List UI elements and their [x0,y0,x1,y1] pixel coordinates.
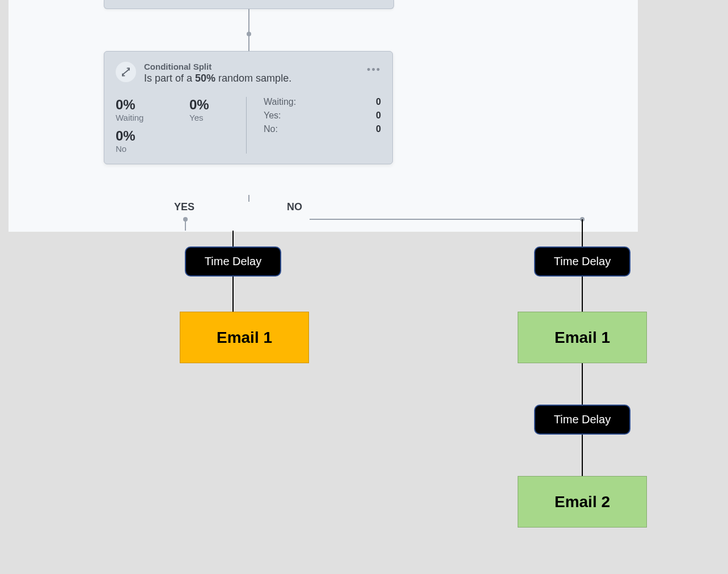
divider [246,97,247,154]
connector [185,219,186,231]
split-icon [116,62,136,82]
previous-node-edge [104,0,394,9]
email-no-1[interactable]: Email 1 [518,312,647,363]
connector [582,363,583,405]
time-delay-no-2[interactable]: Time Delay [534,405,630,435]
branch-no-label: NO [287,201,302,213]
node-description: Is part of a 50% random sample. [144,73,291,84]
stat-yes: 0% Yes [189,97,246,122]
stat-no: 0% No [116,128,172,154]
connector-dot [247,32,251,36]
branch-yes-label: YES [174,201,194,213]
node-menu-button[interactable]: ••• [367,64,381,76]
connector [582,435,583,476]
node-title: Conditional Split [144,62,291,71]
connector [248,195,249,202]
connector [232,231,234,246]
email-yes-1[interactable]: Email 1 [180,312,309,363]
connector [248,9,249,51]
connector [582,277,583,312]
email-no-2[interactable]: Email 2 [518,476,647,528]
stats-counts: Waiting:0 Yes:0 No:0 [264,97,381,154]
connector [310,219,583,220]
stat-waiting: 0% Waiting [116,97,172,122]
connector [232,277,234,312]
conditional-split-node[interactable]: Conditional Split Is part of a 50% rando… [104,51,393,164]
connector [582,219,583,246]
time-delay-no-1[interactable]: Time Delay [534,246,630,277]
stats-percentages: 0% Waiting 0% Yes 0% No [116,97,246,154]
time-delay-yes[interactable]: Time Delay [185,246,281,277]
